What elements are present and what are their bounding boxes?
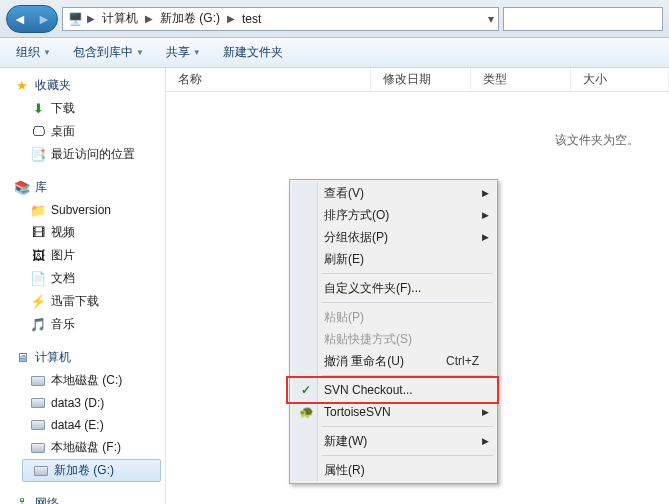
- sidebar-item-downloads[interactable]: ⬇下载: [0, 97, 165, 120]
- search-input[interactable]: [503, 7, 663, 31]
- menu-paste-shortcut: 粘贴快捷方式(S): [292, 328, 495, 350]
- menu-customize-folder[interactable]: 自定义文件夹(F)...: [292, 277, 495, 299]
- sidebar-item-drive-f[interactable]: 本地磁盘 (F:): [0, 436, 165, 459]
- breadcrumb-part[interactable]: 计算机: [99, 8, 141, 29]
- drive-icon: [30, 373, 46, 389]
- chevron-right-icon: ▶: [143, 13, 155, 24]
- include-menu[interactable]: 包含到库中▼: [65, 41, 152, 64]
- tortoisesvn-icon: 🐢: [298, 404, 314, 420]
- sidebar-item-label: 桌面: [51, 123, 75, 140]
- nav-buttons: ◄ ►: [6, 5, 58, 33]
- menu-paste: 粘贴(P): [292, 306, 495, 328]
- sidebar-item-label: data4 (E:): [51, 418, 104, 432]
- menu-refresh[interactable]: 刷新(E): [292, 248, 495, 270]
- menu-label: 粘贴(P): [324, 309, 364, 326]
- menu-label: 分组依据(P): [324, 229, 388, 246]
- document-icon: 📄: [30, 271, 46, 287]
- libraries-group: 📚库 📁Subversion 🎞视频 🖼图片 📄文档 ⚡迅雷下载 🎵音乐: [0, 176, 165, 336]
- menu-sort[interactable]: 排序方式(O)▶: [292, 204, 495, 226]
- menu-view[interactable]: 查看(V)▶: [292, 182, 495, 204]
- sidebar-item-label: 视频: [51, 224, 75, 241]
- recent-icon: 📑: [30, 147, 46, 163]
- sidebar-item-label: 本地磁盘 (C:): [51, 372, 122, 389]
- forward-button[interactable]: ►: [32, 7, 56, 31]
- column-name[interactable]: 名称: [166, 68, 371, 91]
- menu-separator: [322, 455, 493, 456]
- sidebar-item-drive-d[interactable]: data3 (D:): [0, 392, 165, 414]
- context-menu: 查看(V)▶ 排序方式(O)▶ 分组依据(P)▶ 刷新(E) 自定义文件夹(F)…: [289, 179, 498, 484]
- sidebar-item-documents[interactable]: 📄文档: [0, 267, 165, 290]
- menu-new[interactable]: 新建(W)▶: [292, 430, 495, 452]
- menu-svn-checkout[interactable]: ✓SVN Checkout...: [292, 379, 495, 401]
- sidebar-item-label: 最近访问的位置: [51, 146, 135, 163]
- sidebar: ★收藏夹 ⬇下载 🖵桌面 📑最近访问的位置 📚库 📁Subversion 🎞视频…: [0, 68, 166, 504]
- chevron-down-icon[interactable]: ▾: [488, 12, 494, 26]
- sidebar-item-videos[interactable]: 🎞视频: [0, 221, 165, 244]
- sidebar-item-subversion[interactable]: 📁Subversion: [0, 199, 165, 221]
- sidebar-favorites[interactable]: ★收藏夹: [0, 74, 165, 97]
- new-folder-button[interactable]: 新建文件夹: [215, 41, 291, 64]
- submenu-arrow-icon: ▶: [482, 436, 489, 446]
- column-headers: 名称 修改日期 类型 大小: [166, 68, 669, 92]
- sidebar-item-recent[interactable]: 📑最近访问的位置: [0, 143, 165, 166]
- chevron-down-icon: ▼: [193, 48, 201, 57]
- menu-label: SVN Checkout...: [324, 383, 413, 397]
- sidebar-network[interactable]: 🖧网络: [0, 492, 165, 504]
- sidebar-item-label: 音乐: [51, 316, 75, 333]
- sidebar-label: 库: [35, 179, 47, 196]
- sidebar-item-desktop[interactable]: 🖵桌面: [0, 120, 165, 143]
- library-icon: 📚: [14, 180, 30, 196]
- folder-icon: 📁: [30, 202, 46, 218]
- sidebar-item-thunder[interactable]: ⚡迅雷下载: [0, 290, 165, 313]
- toolbar-label: 包含到库中: [73, 44, 133, 61]
- toolbar-label: 共享: [166, 44, 190, 61]
- menu-group[interactable]: 分组依据(P)▶: [292, 226, 495, 248]
- sidebar-item-label: 迅雷下载: [51, 293, 99, 310]
- column-label: 名称: [178, 71, 202, 88]
- organize-menu[interactable]: 组织▼: [8, 41, 59, 64]
- menu-label: 自定义文件夹(F)...: [324, 280, 421, 297]
- download-icon: ⬇: [30, 101, 46, 117]
- sidebar-item-label: 图片: [51, 247, 75, 264]
- favorites-group: ★收藏夹 ⬇下载 🖵桌面 📑最近访问的位置: [0, 74, 165, 166]
- menu-label: 刷新(E): [324, 251, 364, 268]
- sidebar-item-drive-c[interactable]: 本地磁盘 (C:): [0, 369, 165, 392]
- address-bar: ◄ ► 🖥️ ▶ 计算机 ▶ 新加卷 (G:) ▶ test ▾: [0, 0, 669, 38]
- chevron-down-icon: ▼: [43, 48, 51, 57]
- video-icon: 🎞: [30, 225, 46, 241]
- submenu-arrow-icon: ▶: [482, 407, 489, 417]
- sidebar-libraries[interactable]: 📚库: [0, 176, 165, 199]
- sidebar-item-music[interactable]: 🎵音乐: [0, 313, 165, 336]
- column-type[interactable]: 类型: [471, 68, 571, 91]
- menu-label: 属性(R): [324, 462, 365, 479]
- toolbar-label: 新建文件夹: [223, 44, 283, 61]
- sidebar-computer[interactable]: 🖥计算机: [0, 346, 165, 369]
- toolbar: 组织▼ 包含到库中▼ 共享▼ 新建文件夹: [0, 38, 669, 68]
- sidebar-item-drive-e[interactable]: data4 (E:): [0, 414, 165, 436]
- sidebar-item-pictures[interactable]: 🖼图片: [0, 244, 165, 267]
- menu-tortoisesvn[interactable]: 🐢TortoiseSVN▶: [292, 401, 495, 423]
- menu-undo-rename[interactable]: 撤消 重命名(U)Ctrl+Z: [292, 350, 495, 372]
- chevron-down-icon: ▼: [136, 48, 144, 57]
- back-button[interactable]: ◄: [8, 7, 32, 31]
- menu-separator: [322, 426, 493, 427]
- menu-label: 粘贴快捷方式(S): [324, 331, 412, 348]
- sidebar-item-drive-g[interactable]: 新加卷 (G:): [22, 459, 161, 482]
- column-size[interactable]: 大小: [571, 68, 669, 91]
- network-icon: 🖧: [14, 496, 30, 505]
- breadcrumb[interactable]: 🖥️ ▶ 计算机 ▶ 新加卷 (G:) ▶ test ▾: [62, 7, 499, 31]
- picture-icon: 🖼: [30, 248, 46, 264]
- menu-separator: [322, 375, 493, 376]
- chevron-right-icon: ▶: [85, 13, 97, 24]
- drive-icon: [33, 463, 49, 479]
- submenu-arrow-icon: ▶: [482, 232, 489, 242]
- breadcrumb-part[interactable]: test: [239, 10, 264, 28]
- menu-properties[interactable]: 属性(R): [292, 459, 495, 481]
- menu-label: 新建(W): [324, 433, 367, 450]
- menu-separator: [322, 302, 493, 303]
- sidebar-label: 网络: [35, 495, 59, 504]
- column-date[interactable]: 修改日期: [371, 68, 471, 91]
- share-menu[interactable]: 共享▼: [158, 41, 209, 64]
- star-icon: ★: [14, 78, 30, 94]
- breadcrumb-part[interactable]: 新加卷 (G:): [157, 8, 223, 29]
